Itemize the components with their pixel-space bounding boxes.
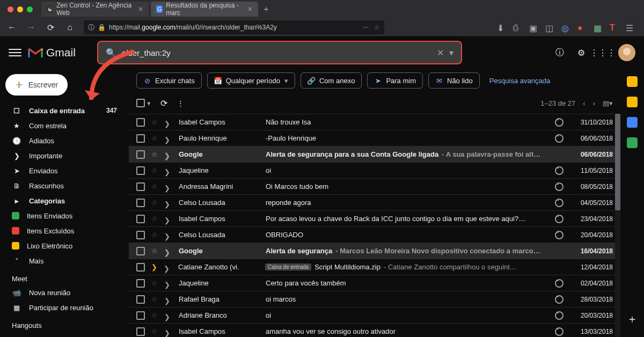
advanced-search-link[interactable]: Pesquisa avançada	[489, 77, 550, 85]
reload-button[interactable]: ⟳	[43, 20, 58, 35]
sidebar-item[interactable]: ˅Mais	[0, 253, 129, 268]
mail-row[interactable]: ☆❯GoogleAlerta de segurança - Marcos Leã…	[129, 243, 620, 259]
ext-icon[interactable]: ▦	[594, 23, 602, 32]
prev-page-icon[interactable]: ‹	[583, 99, 585, 107]
sidebar-icon[interactable]: ◫	[545, 23, 554, 32]
star-icon[interactable]: ☆	[151, 295, 158, 303]
star-icon[interactable]: ☆	[151, 327, 158, 335]
close-tab-icon[interactable]: ✕	[138, 5, 143, 13]
row-checkbox[interactable]	[136, 118, 145, 127]
row-checkbox[interactable]	[136, 150, 145, 159]
row-checkbox[interactable]	[136, 295, 145, 304]
scrollbar[interactable]	[615, 114, 620, 337]
star-icon[interactable]: ☆	[151, 311, 158, 319]
download-icon[interactable]: ⬇	[497, 23, 506, 32]
new-tab-button[interactable]: ＋	[260, 3, 272, 15]
compose-button[interactable]: Escrever	[5, 74, 68, 96]
row-checkbox[interactable]	[136, 311, 145, 320]
more-actions-icon[interactable]: ⋮	[177, 99, 184, 107]
sidebar-item[interactable]: Itens Enviados	[0, 208, 129, 223]
close-tab-icon[interactable]: ✕	[247, 5, 253, 13]
search-box[interactable]: 🔍 ✕ ▾	[97, 41, 462, 64]
filter-chip[interactable]: ⊘Excluir chats	[136, 72, 202, 89]
mail-row[interactable]: ☆❯Isabel CamposPor acaso levou a chave d…	[129, 210, 620, 226]
filter-chip[interactable]: 📅Qualquer período▾	[207, 72, 295, 89]
sidebar-item[interactable]: ☐Caixa de entrada347	[0, 103, 129, 118]
mail-row[interactable]: ☆❯Rafael Bragaoi marcos28/03/2018	[129, 291, 620, 307]
row-checkbox[interactable]	[136, 166, 145, 175]
row-checkbox[interactable]	[136, 263, 145, 272]
sidebar-item[interactable]: Itens Excluídos	[0, 223, 129, 238]
meet-item[interactable]: 📹Nova reunião	[0, 285, 129, 300]
menu-icon[interactable]: ☰	[626, 23, 634, 32]
filter-chip[interactable]: 🔗Com anexo	[301, 72, 362, 89]
mail-row[interactable]: ☆❯Andressa MagriniOi Marcos tudo bem08/0…	[129, 178, 620, 194]
sidebar-item[interactable]: ➤Enviados	[0, 163, 129, 178]
clear-search-icon[interactable]: ✕	[437, 48, 444, 58]
side-panel-app-icon[interactable]	[627, 137, 638, 148]
select-all-checkbox[interactable]	[136, 99, 145, 107]
main-menu-button[interactable]	[9, 46, 21, 59]
search-options-icon[interactable]: ▾	[449, 48, 453, 58]
ext-icon[interactable]: ●	[577, 23, 586, 32]
mail-row[interactable]: ☆❯Isabel CamposNão trouxe Isa31/10/2018	[129, 114, 620, 130]
sidebar-item[interactable]: Lixo Eletrônico	[0, 238, 129, 253]
close-window-icon[interactable]	[8, 6, 13, 12]
search-input[interactable]	[122, 48, 431, 57]
importance-icon[interactable]: ❯	[164, 216, 172, 222]
star-icon[interactable]: ☆	[151, 166, 158, 174]
refresh-icon[interactable]: ⟳	[160, 98, 167, 108]
bookmark-icon[interactable]: ☆	[374, 24, 380, 31]
importance-icon[interactable]: ❯	[164, 136, 172, 141]
mail-row[interactable]: ☆❯Celso Lousadareponde agora04/05/2018	[129, 194, 620, 210]
search-icon[interactable]: 🔍	[106, 48, 116, 58]
importance-icon[interactable]: ❯	[164, 200, 172, 206]
importance-icon[interactable]: ❯	[164, 168, 172, 173]
mail-row[interactable]: ☆❯Isabel Camposamanha vou ver se consigo…	[129, 323, 620, 337]
meet-item[interactable]: ▦Participar de reunião	[0, 300, 129, 315]
scrollbar-thumb[interactable]	[615, 114, 620, 210]
book-icon[interactable]: ▣	[529, 23, 538, 32]
importance-icon[interactable]: ❯	[164, 281, 172, 286]
star-icon[interactable]: ☆	[151, 134, 158, 142]
row-checkbox[interactable]	[136, 231, 145, 239]
mail-row[interactable]: ☆❯GoogleAlerta de segurança para a sua C…	[129, 146, 620, 162]
row-checkbox[interactable]	[136, 215, 145, 223]
row-checkbox[interactable]	[136, 279, 145, 288]
sidebar-item[interactable]: ★Com estrela	[0, 118, 129, 133]
star-icon[interactable]: ☆	[151, 231, 158, 239]
importance-icon[interactable]: ❯	[164, 313, 172, 318]
row-checkbox[interactable]	[136, 134, 145, 143]
gmail-logo[interactable]: Gmail	[28, 46, 76, 59]
apps-grid-icon[interactable]: ⋮⋮⋮	[597, 47, 609, 58]
forward-button[interactable]: →	[24, 20, 39, 35]
more-icon[interactable]: ⋯	[362, 24, 369, 31]
importance-icon[interactable]: ❯	[164, 329, 172, 334]
browser-tab[interactable]: ☯ Zen Control - Zen Agência Web ✕	[41, 2, 149, 17]
star-icon[interactable]: ☆	[151, 199, 158, 207]
next-page-icon[interactable]: ›	[593, 99, 595, 107]
ext-icon[interactable]: T	[610, 23, 618, 32]
browser-tab-active[interactable]: G Resultados da pesquisa - marc ✕	[151, 2, 258, 17]
side-panel-app-icon[interactable]	[627, 117, 638, 128]
settings-icon[interactable]: ⚙	[575, 47, 587, 58]
filter-chip[interactable]: ➤Para mim	[367, 72, 423, 89]
row-checkbox[interactable]	[136, 182, 145, 191]
importance-icon[interactable]: ❯	[164, 297, 172, 302]
filter-chip[interactable]: ✉Não lido	[428, 72, 480, 89]
sidebar-item[interactable]: ▸Categorias	[0, 193, 129, 208]
row-checkbox[interactable]	[136, 247, 145, 255]
sidebar-item[interactable]: ❯Importante	[0, 148, 129, 163]
home-button[interactable]: ⌂	[62, 20, 77, 35]
star-icon[interactable]: ☆	[151, 215, 158, 223]
mail-row[interactable]: ☆❯Jaquelineoi11/05/2018	[129, 162, 620, 178]
importance-icon[interactable]: ❯	[164, 265, 172, 270]
row-checkbox[interactable]	[136, 199, 145, 207]
star-icon[interactable]: ☆	[151, 182, 158, 191]
back-button[interactable]: ←	[4, 20, 19, 35]
mail-row[interactable]: ❯❯Catiane Zanotto (vi.Caixa de entrada S…	[129, 259, 620, 275]
help-icon[interactable]: ⓘ	[554, 47, 566, 58]
sidebar-item[interactable]: 🗎Rascunhos	[0, 178, 129, 193]
minimize-window-icon[interactable]	[17, 6, 23, 12]
ext-icon[interactable]: ◎	[561, 23, 570, 32]
